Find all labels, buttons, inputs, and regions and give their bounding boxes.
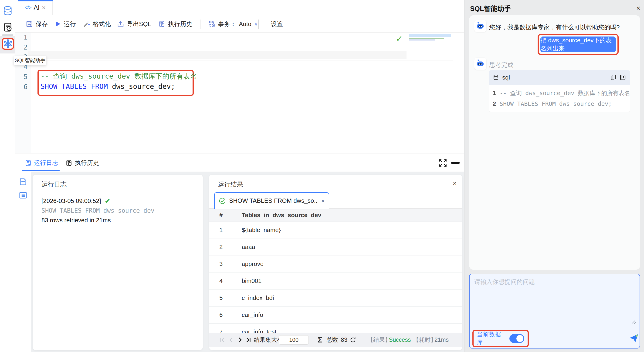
run-log-card: 运行日志 × [2026-03-05 09:00:52] ✔ SHOW TABL… <box>32 175 203 350</box>
elapsed-value: 21ms <box>434 333 449 347</box>
tab-close-icon[interactable]: × <box>42 4 46 11</box>
current-db-toggle[interactable] <box>510 334 524 343</box>
code-line-number: 2 <box>493 99 500 108</box>
tab-run-log[interactable]: 运行日志 <box>25 154 58 172</box>
run-icon <box>54 21 61 27</box>
prev-page-icon[interactable] <box>228 333 234 347</box>
format-wand-icon <box>83 20 90 27</box>
exec-history-icon <box>66 160 72 167</box>
database-icon <box>493 74 499 80</box>
minimize-panel-icon[interactable] <box>451 162 460 164</box>
send-button[interactable] <box>628 332 640 344</box>
transaction-dropdown[interactable]: 事务： Auto ∨ <box>208 15 258 32</box>
run-label: 运行 <box>64 20 76 28</box>
first-page-icon[interactable] <box>219 333 226 347</box>
exec-history-tab-label: 执行历史 <box>75 159 99 167</box>
table-row[interactable]: 1 ${table_name} <box>209 222 462 239</box>
statement-valid-check-icon: ✓ <box>396 34 403 44</box>
sidebar-item-database[interactable] <box>0 3 15 19</box>
exec-history-icon <box>158 20 165 27</box>
row-index: 3 <box>219 260 222 268</box>
export-sql-button[interactable]: 导出SQL <box>117 15 151 32</box>
expand-panel-icon[interactable] <box>439 159 447 167</box>
user-message-bubble: 把 dws_source_dev下的表名列出来 <box>540 36 616 52</box>
sigma-icon: Σ <box>318 333 322 347</box>
sidebar-item-ai-assistant[interactable] <box>2 38 14 50</box>
table-row[interactable]: 6 car_info <box>209 307 462 324</box>
run-log-icon <box>25 160 32 167</box>
code-tab-icon: </> <box>25 5 32 11</box>
column-header-index: # <box>219 211 222 219</box>
sql-code-block: sql 1-- 查询 dws_sourc <box>489 70 630 112</box>
history-icon <box>2 22 13 32</box>
sidebar-item-exec-history[interactable] <box>0 19 15 35</box>
ai-assistant-tooltip: SQL智能助手 <box>14 56 46 65</box>
next-page-icon[interactable] <box>237 333 243 347</box>
run-result-card: 运行结果 × SHOW TABLES FROM dws_so... × # T <box>209 175 462 350</box>
assistant-title: SQL智能助手 <box>470 4 511 13</box>
copy-icon[interactable] <box>610 74 616 81</box>
editor-statement-band <box>28 51 406 59</box>
sql-assistant-panel: SQL智能助手 × 您好，我是数据库专家，有什么可以帮助您的吗? 把 dws_s… <box>464 0 644 352</box>
bottom-panel-body: 运行日志 × [2026-03-05 09:00:52] ✔ SHOW TABL… <box>15 172 464 352</box>
row-index: 5 <box>219 294 222 302</box>
page-size-input[interactable] <box>279 335 309 345</box>
close-icon[interactable]: × <box>453 180 456 187</box>
total-label: 总数 <box>326 333 338 347</box>
bottom-panel-tabbar: 运行日志 执行历史 <box>15 154 464 171</box>
sql-editor[interactable]: 1 2 3 4 5 6 -- 查询 dws_source_dev 数据库下的所有… <box>15 32 464 154</box>
table-row[interactable]: 4 bim001 <box>209 273 462 290</box>
tab-ai[interactable]: </> AI × <box>18 0 52 15</box>
format-button[interactable]: 格式化 <box>83 15 111 32</box>
editor-toolbar: 保存 运行 格式化 <box>15 15 464 32</box>
transaction-label: 事务： <box>218 20 236 28</box>
doc-page-icon[interactable] <box>19 178 27 186</box>
table-row[interactable]: 7 car_info_test <box>209 324 462 333</box>
table-row[interactable]: 3 approve <box>209 256 462 273</box>
log-sql-text: SHOW TABLES FROM dws_source_dev <box>42 207 154 214</box>
assistant-greeting: 您好，我是数据库专家，有什么可以帮助您的吗? <box>489 23 636 32</box>
page-size-label: 结果集大小 <box>254 333 283 347</box>
insert-to-editor-icon[interactable] <box>620 74 626 81</box>
run-log-title: 运行日志 <box>42 180 66 188</box>
editor-minimap[interactable] <box>409 34 451 40</box>
sql-statement-line: SHOW TABLES FROM dws_source_dev; <box>40 82 175 91</box>
exec-history-button[interactable]: 执行历史 <box>158 15 192 32</box>
row-index: 4 <box>219 277 222 285</box>
transaction-value: Auto <box>239 20 252 28</box>
main-area: </> AI × 保存 运行 <box>15 0 464 352</box>
resize-handle-icon[interactable] <box>631 320 636 325</box>
row-value: c_index_bdi <box>242 294 274 302</box>
tab-exec-history-bottom[interactable]: 执行历史 <box>66 154 99 172</box>
log-timestamp-row: [2026-03-05 09:00:52] ✔ <box>42 197 110 205</box>
list-view-icon[interactable] <box>19 191 27 199</box>
result-tab-close-icon[interactable]: × <box>321 198 324 204</box>
tab-ai-label: AI <box>34 4 40 11</box>
settings-button[interactable]: 设置 <box>271 15 283 32</box>
success-circle-check-icon <box>219 197 226 204</box>
assistant-input-card: 当前数据库 <box>469 274 640 349</box>
save-button[interactable]: 保存 <box>26 15 48 32</box>
result-table-header: # Tables_in_dws_source_dev <box>209 208 462 222</box>
question-input[interactable] <box>474 278 635 324</box>
settings-label: 设置 <box>271 20 283 28</box>
format-label: 格式化 <box>93 20 111 28</box>
sql-code-block-header: sql <box>489 70 630 85</box>
table-row[interactable]: 2 aaaa <box>209 239 462 256</box>
minimap-line <box>409 38 444 39</box>
result-tab[interactable]: SHOW TABLES FROM dws_so... × <box>214 192 329 209</box>
sql-identifier: dws_source_dev; <box>112 82 175 90</box>
sql-keywords: SHOW TABLES FROM <box>40 82 112 90</box>
run-button[interactable]: 运行 <box>54 15 76 32</box>
last-page-icon[interactable] <box>246 333 252 347</box>
assistant-avatar <box>474 58 486 70</box>
save-label: 保存 <box>36 20 48 28</box>
assistant-close-icon[interactable]: × <box>636 4 640 12</box>
table-row[interactable]: 5 c_index_bdi <box>209 290 462 307</box>
minimap-selection <box>409 34 451 37</box>
active-tab-underline <box>22 170 60 171</box>
code-line: 1-- 查询 dws_source_dev 数据库下的所有表名 <box>493 88 630 98</box>
activity-bar <box>0 0 15 352</box>
row-value: bim001 <box>242 277 262 285</box>
refresh-icon[interactable] <box>350 333 356 347</box>
